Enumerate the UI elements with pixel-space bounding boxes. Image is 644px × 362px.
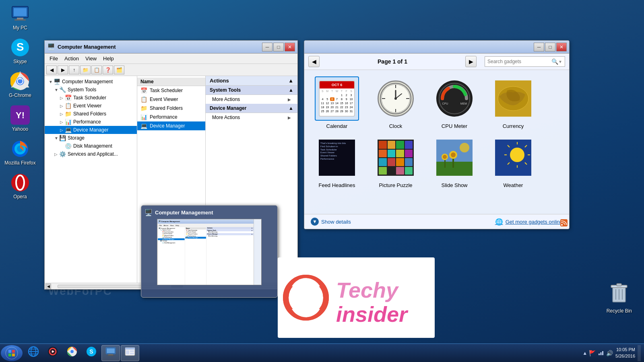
tray-volume-icon[interactable]: 🔊 <box>606 350 613 356</box>
toolbar-back[interactable]: ◀ <box>46 66 57 74</box>
tree-storage[interactable]: ▼ 💾 Storage <box>45 134 137 142</box>
gadget-feed-label: Feed Headlines <box>318 182 355 188</box>
actions-more-actions-1[interactable]: More Actions ▶ <box>206 95 297 104</box>
menu-view[interactable]: View <box>82 55 100 62</box>
taskbar-right: ▲ 🚩 🔊 10:05 PM 5/26/2016 <box>580 345 643 361</box>
section-label: System Tools <box>210 87 241 93</box>
section-label: Device Manager <box>210 105 246 111</box>
actions-section-device-manager[interactable]: Device Manager ▲ <box>206 104 297 113</box>
gadgets-next-btn[interactable]: ▶ <box>465 56 477 67</box>
taskbar-skype[interactable]: S <box>82 345 101 361</box>
recycle-bin-icon <box>609 281 630 308</box>
get-more-gadgets-link[interactable]: 🌐 Get more gadgets online <box>495 218 563 226</box>
tree-task-scheduler[interactable]: ▷ 📅 Task Scheduler <box>45 94 137 102</box>
cm-window-buttons: ─ □ ✕ <box>262 43 295 51</box>
toolbar-copy[interactable]: 📋 <box>91 66 102 74</box>
tree-disk-management[interactable]: 💿 Disk Management <box>45 142 137 150</box>
gadget-clock[interactable]: Clock <box>369 76 422 129</box>
mypc-label: My PC <box>13 25 27 31</box>
yahoo-icon: Y! <box>10 105 30 125</box>
tree-services[interactable]: ▷ ⚙️ Services and Applicat... <box>45 150 137 158</box>
gadgets-maximize-button[interactable]: □ <box>545 43 555 51</box>
cm-list-header: Name <box>137 78 205 86</box>
taskbar-chrome[interactable] <box>63 345 81 361</box>
recycle-bin[interactable]: Recycle Bin <box>607 281 632 314</box>
gadget-feed-headlines[interactable]: That's breaking into bitsFind Schubert i… <box>311 136 363 188</box>
start-button[interactable] <box>1 345 23 361</box>
taskbar-media-player[interactable] <box>43 345 62 361</box>
actions-section-system-tools[interactable]: System Tools ▲ <box>206 86 297 95</box>
gadgets-close-button[interactable]: ✕ <box>556 43 567 51</box>
menu-action[interactable]: Action <box>61 55 82 62</box>
yahoo-label: Yahooo <box>12 126 28 132</box>
desktop-icon-opera[interactable]: Opera <box>4 173 36 200</box>
desktop-icon-skype[interactable]: S Skype <box>4 38 36 64</box>
thumbnail-title: 🖥️ Computer Management <box>144 209 274 216</box>
thumbnail-icon: 🖥️ <box>144 209 153 216</box>
tree-device-manager[interactable]: ▷ 💻 Device Manager <box>45 126 137 134</box>
desktop-icon-firefox[interactable]: Mozilla Firefox <box>4 139 36 166</box>
menu-help[interactable]: Help <box>100 55 117 62</box>
svg-text:CPU: CPU <box>442 102 448 105</box>
gadget-calendar[interactable]: OCT 6 SMTWTFS 123 45678910 1112131415161… <box>311 76 363 129</box>
tree-label: Device Manager <box>73 127 108 133</box>
show-desktop-button[interactable] <box>638 345 641 361</box>
tree-performance[interactable]: ▷ 📊 Performance <box>45 118 137 126</box>
taskbar-ie[interactable] <box>24 345 43 361</box>
gadget-cpu-meter[interactable]: CPU MEM CPU Meter <box>428 76 481 129</box>
toolbar-folder[interactable]: 📁 <box>80 66 91 74</box>
list-performance[interactable]: 📊Performance <box>137 113 205 121</box>
section-collapse-icon: ▲ <box>289 105 293 111</box>
more-actions-label: More Actions <box>212 115 240 120</box>
system-clock[interactable]: 10:05 PM 5/26/2016 <box>615 347 635 359</box>
tray-icons: ▲ 🚩 🔊 <box>582 349 613 357</box>
cm-titlebar: 🖥️ Computer Management ─ □ ✕ <box>45 41 297 53</box>
list-shared-folders[interactable]: 📁Shared Folders <box>137 104 205 113</box>
submenu-arrow-icon: ▶ <box>288 115 291 120</box>
taskbar-computer[interactable] <box>101 345 120 361</box>
gadget-weather[interactable]: Weather <box>487 136 539 188</box>
gadget-slide-show[interactable]: Slide Show <box>428 136 481 188</box>
tree-computer-management[interactable]: ▼ 🖥️ Computer Management <box>45 78 137 86</box>
tray-network-icon[interactable] <box>597 349 605 357</box>
actions-more-actions-2[interactable]: More Actions ▶ <box>206 113 297 122</box>
menu-file[interactable]: File <box>46 55 61 62</box>
close-button[interactable]: ✕ <box>285 43 295 51</box>
gadgets-minimize-button[interactable]: ─ <box>534 43 544 51</box>
search-icon[interactable]: 🔍 <box>551 58 558 65</box>
tree-shared-folders[interactable]: ▷ 📁 Shared Folders <box>45 110 137 118</box>
gadgets-search-input[interactable] <box>487 59 551 64</box>
dropdown-icon[interactable]: ▼ <box>558 60 562 64</box>
svg-rect-36 <box>436 162 473 176</box>
tree-system-tools[interactable]: ▼ 🔧 System Tools <box>45 86 137 94</box>
maximize-button[interactable]: □ <box>273 43 284 51</box>
svg-text:S: S <box>89 348 93 355</box>
gadget-picture-puzzle[interactable]: Picture Puzzle <box>369 136 422 188</box>
svg-point-66 <box>6 347 18 359</box>
list-event-viewer[interactable]: 📋Event Viewer <box>137 95 205 104</box>
taskbar-thumbnail: 🖥️ Computer Management 🖥️Computer Manage… <box>141 205 278 298</box>
desktop-icon-yahoo[interactable]: Y! Yahooo <box>4 105 36 132</box>
gadget-calendar-icon: OCT 6 SMTWTFS 123 45678910 1112131415161… <box>315 76 359 121</box>
gadgets-page-info: Page 1 of 1 <box>320 58 465 65</box>
svg-rect-82 <box>108 354 113 355</box>
svg-rect-85 <box>125 348 135 350</box>
show-details-button[interactable]: ▼ Show details <box>311 218 351 226</box>
gadgets-prev-btn[interactable]: ◀ <box>308 56 320 67</box>
taskbar-cm[interactable] <box>121 345 139 361</box>
toolbar-forward[interactable]: ▶ <box>58 66 68 74</box>
desktop-icon-mypc[interactable]: My PC <box>4 4 36 31</box>
list-device-manager[interactable]: 💻Device Manager <box>137 121 205 130</box>
gadgets-search-box[interactable]: 🔍 ▼ <box>485 56 565 67</box>
toolbar-up[interactable]: ↑ <box>69 66 79 74</box>
list-task-scheduler[interactable]: 📅Task Scheduler <box>137 86 205 95</box>
toolbar-extra[interactable]: 🗂️ <box>114 66 124 74</box>
opera-icon <box>10 173 30 192</box>
tree-event-viewer[interactable]: ▷ 📋 Event Viewer <box>45 102 137 110</box>
tray-up-arrow[interactable]: ▲ <box>582 350 587 356</box>
minimize-button[interactable]: ─ <box>262 43 272 51</box>
gadget-currency[interactable]: Currency <box>487 76 539 129</box>
desktop-icon-chrome[interactable]: G G-Chrome <box>4 72 36 98</box>
toolbar-help[interactable]: ❓ <box>103 66 113 74</box>
scroll-left-btn[interactable]: ◀ <box>45 284 51 289</box>
